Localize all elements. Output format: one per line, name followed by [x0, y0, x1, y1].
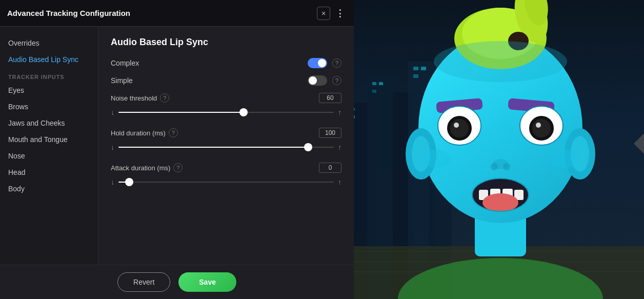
- attack-duration-info-symbol: ?: [176, 165, 179, 171]
- simple-toggle-thumb: [309, 76, 317, 85]
- attack-duration-header: Attack duration (ms) ? 0: [111, 163, 341, 173]
- noise-threshold-info-icon[interactable]: ?: [160, 93, 169, 103]
- sidebar-item-body[interactable]: Body: [0, 181, 98, 197]
- noise-threshold-label: Noise threshold: [111, 94, 157, 102]
- noise-threshold-thumb[interactable]: [239, 108, 248, 116]
- complex-toggle-row: Complex ?: [111, 58, 341, 68]
- attack-duration-increase[interactable]: ↑: [338, 178, 341, 186]
- sidebar-item-mouth-and-tongue[interactable]: Mouth and Tongue: [0, 131, 98, 148]
- close-button[interactable]: ×: [317, 7, 330, 20]
- svg-point-55: [482, 193, 518, 212]
- complex-toggle-thumb: [318, 59, 326, 67]
- noise-threshold-section: Noise threshold ? 60 ↓: [111, 93, 341, 117]
- content-panel: Audio Based Lip Sync Complex ? Simple: [98, 27, 354, 265]
- attack-duration-slider[interactable]: [118, 177, 334, 187]
- hold-duration-track: [118, 147, 334, 148]
- hold-duration-slider-row: ↓ ↑: [111, 142, 341, 152]
- hold-duration-increase[interactable]: ↑: [338, 143, 341, 151]
- svg-rect-11: [372, 82, 376, 85]
- title-bar: Advanced Tracking Configuration × ⋮: [0, 0, 354, 27]
- simple-toggle[interactable]: [308, 75, 327, 86]
- dialog: Advanced Tracking Configuration × ⋮ Over…: [0, 0, 354, 299]
- svg-rect-12: [379, 82, 383, 85]
- attack-duration-section: Attack duration (ms) ? 0 ↓: [111, 163, 341, 187]
- attack-duration-label: Attack duration (ms): [111, 164, 170, 172]
- hold-duration-value[interactable]: 100: [319, 128, 341, 138]
- simple-toggle-row: Simple ?: [111, 75, 341, 86]
- svg-point-45: [536, 123, 541, 128]
- attack-duration-thumb[interactable]: [125, 178, 133, 186]
- hold-duration-section: Hold duration (ms) ? 100 ↓: [111, 128, 341, 152]
- attack-duration-slider-row: ↓ ↑: [111, 177, 341, 187]
- panel-title: Audio Based Lip Sync: [111, 37, 341, 48]
- hold-duration-slider[interactable]: [118, 142, 334, 152]
- attack-duration-info-icon[interactable]: ?: [173, 163, 183, 172]
- bottom-bar: Revert Save: [0, 265, 354, 299]
- noise-threshold-value[interactable]: 60: [319, 93, 341, 103]
- title-bar-right: × ⋮: [317, 7, 347, 20]
- noise-threshold-slider[interactable]: [118, 107, 334, 117]
- svg-rect-15: [421, 67, 426, 70]
- hold-duration-label-row: Hold duration (ms) ?: [111, 128, 178, 137]
- complex-info-icon[interactable]: ?: [332, 58, 341, 68]
- svg-point-58: [550, 150, 579, 168]
- sidebar: Overrides Audio Based Lip Sync TRACKER I…: [0, 27, 98, 265]
- simple-label: Simple: [111, 76, 303, 85]
- noise-threshold-fill: [118, 112, 244, 113]
- complex-label: Complex: [111, 59, 303, 67]
- attack-duration-track: [118, 182, 334, 183]
- noise-threshold-slider-row: ↓ ↑: [111, 107, 341, 117]
- svg-point-34: [434, 41, 567, 82]
- sidebar-item-nose[interactable]: Nose: [0, 148, 98, 164]
- attack-duration-value[interactable]: 0: [319, 163, 341, 173]
- sidebar-item-brows[interactable]: Brows: [0, 98, 98, 115]
- noise-threshold-info-symbol: ?: [163, 95, 166, 101]
- noise-threshold-increase[interactable]: ↑: [338, 108, 341, 116]
- hold-duration-thumb[interactable]: [304, 143, 312, 151]
- dialog-title: Advanced Tracking Configuration: [7, 9, 130, 17]
- sidebar-item-head[interactable]: Head: [0, 164, 98, 181]
- hold-duration-fill: [118, 147, 308, 148]
- noise-threshold-label-row: Noise threshold ?: [111, 93, 169, 103]
- hold-duration-header: Hold duration (ms) ? 100: [111, 128, 341, 138]
- attack-duration-decrease[interactable]: ↓: [111, 178, 114, 186]
- svg-point-39: [450, 119, 469, 137]
- simple-info-symbol: ?: [335, 77, 338, 84]
- svg-rect-16: [413, 74, 418, 78]
- svg-point-40: [454, 123, 459, 128]
- svg-rect-14: [413, 67, 418, 70]
- svg-point-49: [503, 163, 510, 170]
- hold-duration-info-icon[interactable]: ?: [169, 128, 178, 137]
- noise-threshold-decrease[interactable]: ↓: [111, 108, 114, 116]
- hold-duration-label: Hold duration (ms): [111, 129, 166, 137]
- more-button[interactable]: ⋮: [333, 7, 347, 20]
- sidebar-item-eyes[interactable]: Eyes: [0, 82, 98, 98]
- complex-toggle-track: [308, 58, 327, 68]
- tracker-inputs-label: TRACKER INPUTS: [0, 68, 98, 82]
- avatar-area: [336, 0, 644, 299]
- close-icon: ×: [321, 9, 326, 17]
- sidebar-item-jaws-and-cheeks[interactable]: Jaws and Cheeks: [0, 115, 98, 131]
- svg-point-48: [491, 163, 498, 170]
- hold-duration-decrease[interactable]: ↓: [111, 143, 114, 151]
- revert-button[interactable]: Revert: [117, 272, 170, 292]
- svg-point-44: [532, 119, 551, 137]
- simple-info-icon[interactable]: ?: [332, 76, 341, 85]
- simple-toggle-track: [308, 75, 327, 86]
- sidebar-item-overrides[interactable]: Overrides: [0, 35, 98, 51]
- save-button[interactable]: Save: [178, 272, 236, 292]
- noise-threshold-track: [118, 112, 334, 113]
- more-icon: ⋮: [335, 8, 345, 19]
- main-content: Overrides Audio Based Lip Sync TRACKER I…: [0, 27, 354, 265]
- svg-point-57: [422, 150, 451, 168]
- title-bar-left: Advanced Tracking Configuration: [7, 9, 130, 17]
- complex-info-symbol: ?: [335, 60, 338, 66]
- hold-duration-info-symbol: ?: [172, 130, 175, 136]
- sidebar-item-audio-based-lip-sync[interactable]: Audio Based Lip Sync: [0, 51, 98, 68]
- noise-threshold-header: Noise threshold ? 60: [111, 93, 341, 103]
- complex-toggle[interactable]: [308, 58, 327, 68]
- svg-rect-13: [372, 90, 376, 93]
- attack-duration-label-row: Attack duration (ms) ?: [111, 163, 183, 172]
